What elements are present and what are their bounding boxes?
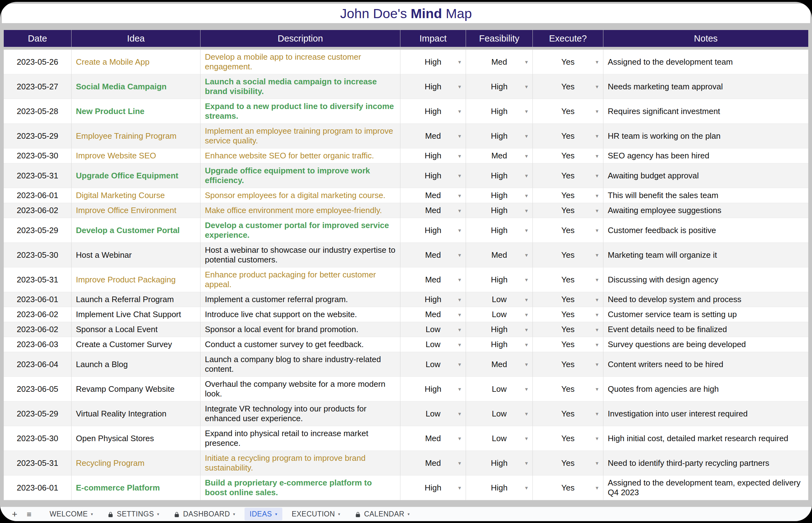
dropdown-arrow-icon[interactable]: ▼ <box>524 82 529 92</box>
description-cell[interactable]: Build a proprietary e-commerce platform … <box>201 475 400 500</box>
dropdown-arrow-icon[interactable]: ▼ <box>524 360 529 369</box>
dropdown-arrow-icon[interactable]: ▼ <box>457 434 462 443</box>
feasibility-dropdown[interactable]: Med▼ <box>466 352 533 377</box>
dropdown-arrow-icon[interactable]: ▼ <box>524 458 529 468</box>
dropdown-arrow-icon[interactable]: ▼ <box>595 310 599 319</box>
dropdown-arrow-icon[interactable]: ▼ <box>524 205 529 215</box>
notes-cell[interactable]: Quotes from agencies are high <box>603 377 808 401</box>
dropdown-arrow-icon[interactable]: ▼ <box>524 107 529 116</box>
description-cell[interactable]: Implement an employee training program t… <box>201 124 400 148</box>
feasibility-dropdown[interactable]: Low▼ <box>466 292 533 307</box>
idea-cell[interactable]: Launch a Blog <box>72 352 201 377</box>
notes-cell[interactable]: Survey questions are being developed <box>603 337 808 352</box>
dropdown-arrow-icon[interactable]: ▼ <box>457 360 462 369</box>
tab-dropdown-arrow-icon[interactable]: ▾ <box>157 512 159 517</box>
impact-dropdown[interactable]: Med▼ <box>400 243 466 267</box>
feasibility-dropdown[interactable]: Med▼ <box>466 243 533 267</box>
feasibility-dropdown[interactable]: Low▼ <box>466 307 533 322</box>
dropdown-arrow-icon[interactable]: ▼ <box>524 250 529 260</box>
tab-dashboard[interactable]: DASHBOARD▾ <box>169 508 240 521</box>
idea-cell[interactable]: Sponsor a Local Event <box>72 322 201 337</box>
tab-execution[interactable]: EXECUTION▾ <box>287 508 346 521</box>
notes-cell[interactable]: Awaiting budget approval <box>603 163 808 188</box>
dropdown-arrow-icon[interactable]: ▼ <box>595 205 599 215</box>
impact-dropdown[interactable]: Med▼ <box>400 188 466 203</box>
description-cell[interactable]: Sponsor a local event for brand promotio… <box>201 322 400 337</box>
feasibility-dropdown[interactable]: High▼ <box>466 322 533 337</box>
dropdown-arrow-icon[interactable]: ▼ <box>524 384 529 394</box>
dropdown-arrow-icon[interactable]: ▼ <box>524 131 529 141</box>
date-cell[interactable]: 2023-06-01 <box>4 188 72 203</box>
date-cell[interactable]: 2023-06-01 <box>4 475 72 500</box>
description-cell[interactable]: Expand into physical retail to increase … <box>201 426 400 451</box>
idea-cell[interactable]: New Product Line <box>72 99 201 124</box>
description-cell[interactable]: Sponsor employees for a digital marketin… <box>201 188 400 203</box>
tab-dropdown-arrow-icon[interactable]: ▾ <box>233 512 235 517</box>
dropdown-arrow-icon[interactable]: ▼ <box>595 82 599 92</box>
dropdown-arrow-icon[interactable]: ▼ <box>457 205 462 215</box>
impact-dropdown[interactable]: High▼ <box>400 218 466 243</box>
description-cell[interactable]: Host a webinar to showcase our industry … <box>201 243 400 267</box>
idea-cell[interactable]: Create a Customer Survey <box>72 337 201 352</box>
dropdown-arrow-icon[interactable]: ▼ <box>524 409 529 419</box>
dropdown-arrow-icon[interactable]: ▼ <box>524 226 529 235</box>
dropdown-arrow-icon[interactable]: ▼ <box>524 171 529 181</box>
dropdown-arrow-icon[interactable]: ▼ <box>457 82 462 92</box>
notes-cell[interactable]: Need to develop system and process <box>603 292 808 307</box>
date-cell[interactable]: 2023-06-02 <box>4 307 72 322</box>
idea-cell[interactable]: Upgrade Office Equipment <box>72 163 201 188</box>
impact-dropdown[interactable]: Low▼ <box>400 352 466 377</box>
dropdown-arrow-icon[interactable]: ▼ <box>595 151 599 161</box>
feasibility-dropdown[interactable]: High▼ <box>466 188 533 203</box>
feasibility-dropdown[interactable]: Low▼ <box>466 401 533 426</box>
impact-dropdown[interactable]: High▼ <box>400 148 466 163</box>
date-cell[interactable]: 2023-05-31 <box>4 451 72 475</box>
feasibility-dropdown[interactable]: High▼ <box>466 99 533 124</box>
description-cell[interactable]: Expand to a new product line to diversif… <box>201 99 400 124</box>
execute-dropdown[interactable]: Yes▼ <box>533 243 603 267</box>
execute-dropdown[interactable]: Yes▼ <box>533 475 603 500</box>
impact-dropdown[interactable]: High▼ <box>400 475 466 500</box>
execute-dropdown[interactable]: Yes▼ <box>533 377 603 401</box>
idea-cell[interactable]: Open Physical Stores <box>72 426 201 451</box>
notes-cell[interactable]: Investigation into user interest require… <box>603 401 808 426</box>
description-cell[interactable]: Develop a mobile app to increase custome… <box>201 50 400 74</box>
dropdown-arrow-icon[interactable]: ▼ <box>595 107 599 116</box>
dropdown-arrow-icon[interactable]: ▼ <box>524 151 529 161</box>
idea-cell[interactable]: Host a Webinar <box>72 243 201 267</box>
execute-dropdown[interactable]: Yes▼ <box>533 50 603 74</box>
description-cell[interactable]: Upgrade office equipment to improve work… <box>201 163 400 188</box>
feasibility-dropdown[interactable]: Med▼ <box>466 148 533 163</box>
feasibility-dropdown[interactable]: High▼ <box>466 337 533 352</box>
all-sheets-menu-icon[interactable]: ≡ <box>27 510 31 518</box>
date-cell[interactable]: 2023-05-29 <box>4 401 72 426</box>
idea-cell[interactable]: Launch a Referral Program <box>72 292 201 307</box>
impact-dropdown[interactable]: Med▼ <box>400 124 466 148</box>
impact-dropdown[interactable]: Low▼ <box>400 337 466 352</box>
execute-dropdown[interactable]: Yes▼ <box>533 163 603 188</box>
description-cell[interactable]: Launch a company blog to share industry-… <box>201 352 400 377</box>
date-cell[interactable]: 2023-05-29 <box>4 124 72 148</box>
dropdown-arrow-icon[interactable]: ▼ <box>457 295 462 304</box>
dropdown-arrow-icon[interactable]: ▼ <box>595 483 599 493</box>
notes-cell[interactable]: Customer service team is setting up <box>603 307 808 322</box>
execute-dropdown[interactable]: Yes▼ <box>533 99 603 124</box>
date-cell[interactable]: 2023-05-30 <box>4 243 72 267</box>
date-cell[interactable]: 2023-06-03 <box>4 337 72 352</box>
dropdown-arrow-icon[interactable]: ▼ <box>457 340 462 349</box>
execute-dropdown[interactable]: Yes▼ <box>533 188 603 203</box>
notes-cell[interactable]: Assigned to the development team, expect… <box>603 475 808 500</box>
notes-cell[interactable]: This will benefit the sales team <box>603 188 808 203</box>
tab-dropdown-arrow-icon[interactable]: ▾ <box>408 512 410 517</box>
dropdown-arrow-icon[interactable]: ▼ <box>595 434 599 443</box>
feasibility-dropdown[interactable]: High▼ <box>466 124 533 148</box>
date-cell[interactable]: 2023-05-30 <box>4 148 72 163</box>
notes-cell[interactable]: Discussing with design agency <box>603 267 808 292</box>
feasibility-dropdown[interactable]: High▼ <box>466 74 533 99</box>
description-cell[interactable]: Initiate a recycling program to improve … <box>201 451 400 475</box>
dropdown-arrow-icon[interactable]: ▼ <box>524 340 529 349</box>
description-cell[interactable]: Enhance website SEO for better organic t… <box>201 148 400 163</box>
idea-cell[interactable]: Revamp Company Website <box>72 377 201 401</box>
notes-cell[interactable]: Need to identify third-party recycling p… <box>603 451 808 475</box>
execute-dropdown[interactable]: Yes▼ <box>533 267 603 292</box>
